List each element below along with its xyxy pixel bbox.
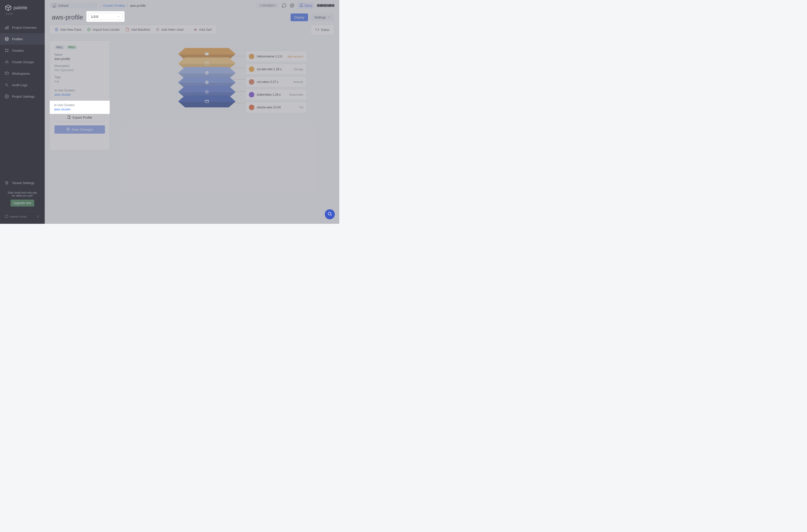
collapse-sidebar-icon[interactable] [36, 214, 40, 218]
nav-clusters[interactable]: Clusters [0, 45, 45, 56]
chevron-down-icon [92, 4, 95, 7]
pack-item[interactable]: hellouniverse 1.2.0App services [246, 51, 306, 62]
tool-label: Add Manifest [131, 28, 150, 32]
created-value: 23 Sep 2024, 15:34 [54, 106, 105, 110]
svg-rect-4 [8, 26, 8, 29]
upgrade-line2: for what you use! [3, 194, 41, 197]
pack-icon [249, 54, 254, 59]
helm-icon [156, 27, 159, 32]
spectro-logo-icon [4, 214, 8, 219]
nav-project-overview[interactable]: Project Overview [0, 22, 45, 33]
add-new-pack[interactable]: Add New Pack [54, 27, 81, 32]
add-manifest[interactable]: Add Manifest [126, 27, 150, 32]
layers-icon [4, 37, 9, 41]
svg-rect-19 [5, 72, 8, 75]
stack-layer[interactable] [178, 95, 236, 108]
pack-category: Storage [294, 68, 303, 71]
nav-cluster-groups[interactable]: Cluster Groups [0, 56, 45, 68]
user-avatar[interactable] [317, 4, 334, 7]
layer-icon [205, 61, 209, 66]
svg-line-22 [7, 86, 8, 87]
bar-chart-icon [52, 3, 56, 7]
settings-label: Settings [314, 16, 326, 19]
created-label: Created On [54, 102, 105, 106]
details-card: FULL PROJ Name aws-profile Description N… [50, 40, 110, 150]
export-profile-button[interactable]: Export Profile [54, 113, 105, 122]
breadcrumb-link[interactable]: Cluster Profiles [103, 4, 125, 7]
version-dropdown[interactable]: 1.0.0 [87, 14, 120, 21]
pack-item[interactable]: kubernetes 1.29.xKubernetes [246, 89, 306, 100]
nav-workspaces[interactable]: Workspaces [0, 68, 45, 79]
save-icon [67, 127, 70, 132]
cluster-icon [4, 48, 9, 53]
footer-brand[interactable]: spectro cloud [4, 214, 26, 219]
svg-point-5 [5, 37, 8, 38]
export-label: Export Profile [73, 116, 92, 119]
compass-icon[interactable] [289, 3, 295, 8]
deploy-button[interactable]: Deploy [290, 14, 308, 21]
zarf-icon [193, 27, 198, 32]
svg-rect-2 [5, 27, 6, 29]
svg-point-16 [7, 62, 8, 63]
breadcrumb-current: aws-profile [130, 4, 146, 7]
upgrade-line1: Start small and only pay [8, 191, 37, 194]
layer-stack [178, 51, 236, 108]
pack-name: csi-aws-ebs 1.26.x [257, 68, 282, 71]
header-right: 1.29/100kCh Docs [256, 2, 334, 9]
toolbar-wrap: Add New Pack Import from cluster Add Man… [45, 25, 339, 35]
nav-tenant-settings[interactable]: Tenant Settings [2, 177, 42, 189]
svg-point-28 [7, 183, 8, 183]
settings-button[interactable]: Settings [311, 14, 334, 21]
pack-item[interactable]: csi-aws-ebs 1.26.xStorage [246, 64, 306, 75]
breadcrumb: / Cluster Profiles / aws-profile [100, 4, 146, 7]
top-header: Default / Cluster Profiles / aws-profile… [45, 0, 339, 11]
svg-rect-43 [194, 29, 197, 31]
svg-point-29 [6, 184, 7, 184]
footer-brand-text: spectro cloud [10, 215, 26, 218]
pack-category: App services [287, 55, 303, 58]
svg-point-21 [5, 84, 7, 86]
svg-line-58 [208, 93, 208, 93]
chevron-down-icon [327, 16, 331, 19]
pack-item[interactable]: ubuntu-aws 22.04OS [246, 102, 306, 113]
project-selector-value: Default [58, 4, 69, 7]
nav-label: Audit Logs [12, 83, 27, 87]
sidebar: palette 4.4.19 Project Overview Profiles [0, 0, 45, 224]
logo-text: palette [14, 5, 27, 11]
nav-group: Project Overview Profiles Clusters [0, 22, 45, 175]
editor-button[interactable]: Editor [311, 25, 334, 35]
svg-point-6 [5, 49, 6, 50]
svg-point-9 [7, 51, 8, 52]
pack-category: Network [293, 80, 303, 83]
add-helm-chart[interactable]: Add Helm chart [156, 27, 188, 32]
upgrade-button[interactable]: Upgrade now [11, 200, 34, 207]
chevron-down-icon [114, 16, 117, 19]
help-chat-bubble[interactable] [325, 209, 335, 219]
version-value: 1.0.0 [90, 16, 97, 19]
layer-icon [205, 80, 209, 85]
nav-audit-logs[interactable]: Audit Logs [0, 79, 45, 91]
svg-point-15 [5, 62, 6, 63]
nav-label: Clusters [12, 49, 24, 53]
project-selector[interactable]: Default [50, 2, 97, 8]
description-label: Description [54, 64, 105, 68]
credit-pill[interactable]: 1.29/100kCh [256, 3, 279, 8]
chat-icon[interactable] [282, 3, 286, 8]
name-value: aws-profile [54, 57, 105, 61]
import-from-cluster[interactable]: Import from cluster [87, 27, 120, 32]
svg-point-23 [6, 96, 7, 97]
docs-link[interactable]: Docs [298, 2, 314, 9]
workspace-icon [4, 71, 9, 76]
add-zarf[interactable]: Add Zarf [193, 27, 212, 32]
nav-label: Cluster Groups [12, 60, 34, 64]
save-changes-button[interactable]: Save Changes [54, 126, 105, 134]
badge-full: FULL [54, 45, 65, 50]
nav-project-settings[interactable]: Project Settings [0, 91, 45, 102]
pack-name: hellouniverse 1.2.0 [257, 55, 282, 58]
pack-item[interactable]: cni-calico 3.27.xNetwork [246, 76, 306, 88]
svg-point-14 [6, 60, 7, 61]
search-doc-icon [4, 83, 9, 87]
svg-point-47 [205, 62, 208, 63]
nav-profiles[interactable]: Profiles [0, 33, 45, 45]
in-use-cluster-link[interactable]: aws-cluster [54, 93, 105, 96]
